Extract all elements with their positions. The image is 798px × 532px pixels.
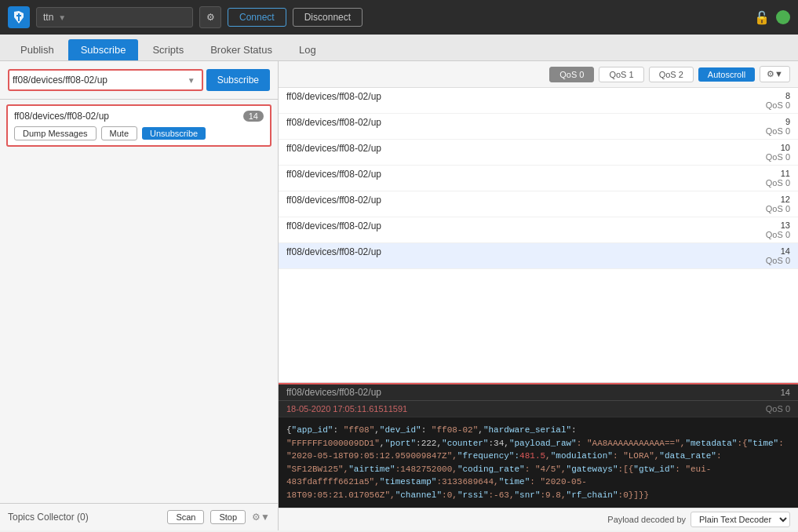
topic-dropdown-arrow[interactable]: ▼ [184,76,199,85]
message-num: 13 [766,220,790,230]
disconnect-button[interactable]: Disconnect [293,8,363,27]
qos0-button[interactable]: QoS 0 [549,67,594,82]
detail-timestamp: 18-05-2020 17:05:11.61511591 [286,404,407,414]
message-num: 11 [766,169,790,178]
detail-topic: ff08/devices/ff08-02/up [286,387,381,398]
message-topic: ff08/devices/ff08-02/up [286,117,381,128]
qos1-button[interactable]: QoS 1 [599,67,643,82]
message-topic: ff08/devices/ff08-02/up [286,246,381,257]
left-panel: ▼ Subscribe ff08/devices/ff08-02/up 14 D… [0,61,279,530]
main-content: ▼ Subscribe ff08/devices/ff08-02/up 14 D… [0,61,798,530]
detail-num: 14 [781,388,790,397]
broker-dropdown-arrow: ▼ [58,13,66,22]
message-item[interactable]: ff08/devices/ff08-02/up 11 QoS 0 [279,166,798,191]
decoder-select[interactable]: Plain Text Decoder [691,512,790,527]
subscribe-input-row: ▼ Subscribe [8,69,270,91]
message-meta: 12 QoS 0 [766,195,790,213]
message-topic: ff08/devices/ff08-02/up [286,143,381,154]
app-icon [8,6,30,28]
topics-collector: Topics Collector (0) Scan Stop ⚙▼ [0,503,278,530]
tab-log[interactable]: Log [286,39,329,60]
dump-messages-button[interactable]: Dump Messages [14,126,97,140]
message-meta: 14 QoS 0 [766,246,790,265]
message-topic: ff08/devices/ff08-02/up [286,195,381,206]
right-footer: Payload decoded by Plain Text Decoder [279,508,798,530]
qos2-button[interactable]: QoS 2 [649,67,694,82]
message-qos: QoS 0 [766,178,790,188]
message-topic: ff08/devices/ff08-02/up [286,220,381,231]
message-item[interactable]: ff08/devices/ff08-02/up 10 QoS 0 [279,140,798,166]
message-qos: QoS 0 [766,256,790,265]
message-meta: 9 QoS 0 [766,117,790,136]
message-qos: QoS 0 [766,126,790,136]
topic-input[interactable] [13,75,184,86]
subscription-item: ff08/devices/ff08-02/up 14 Dump Messages… [6,104,271,147]
mute-button[interactable]: Mute [101,126,137,140]
detail-header: 18-05-2020 17:05:11.61511591 QoS 0 [279,401,798,417]
detail-body[interactable]: {"app_id": "ff08","dev_id": "ff08-02","h… [279,417,798,508]
right-panel: QoS 0 QoS 1 QoS 2 Autoscroll ⚙▼ ff08/dev… [279,61,798,530]
tab-scripts[interactable]: Scripts [140,39,196,60]
message-item[interactable]: ff08/devices/ff08-02/up 13 QoS 0 [279,217,798,243]
tabs-bar: Publish Subscribe Scripts Broker Status … [0,35,798,61]
subscription-count: 14 [243,111,264,122]
detail-qos: QoS 0 [766,404,790,414]
autoscroll-button[interactable]: Autoscroll [698,67,755,82]
message-item[interactable]: ff08/devices/ff08-02/up 8 QoS 0 [279,88,798,114]
topic-input-wrapper: ▼ [8,69,203,91]
collector-settings-icon[interactable]: ⚙▼ [252,512,270,523]
message-item[interactable]: ff08/devices/ff08-02/up 9 QoS 0 [279,114,798,140]
subscribe-button[interactable]: Subscribe [206,69,270,91]
message-qos: QoS 0 [766,230,790,239]
lock-icon: 🔓 [754,10,770,25]
top-right-area: 🔓 [754,10,790,25]
subscription-header: ff08/devices/ff08-02/up 14 [14,111,264,122]
message-item[interactable]: ff08/devices/ff08-02/up 14 QoS 0 [279,243,798,269]
message-detail: ff08/devices/ff08-02/up 14 18-05-2020 17… [279,383,798,508]
message-num: 8 [766,91,790,100]
top-bar: ttn ▼ ⚙ Connect Disconnect 🔓 [0,0,798,35]
tab-broker-status[interactable]: Broker Status [198,39,285,60]
message-topic: ff08/devices/ff08-02/up [286,91,381,102]
broker-select[interactable]: ttn ▼ [36,7,193,27]
message-qos: QoS 0 [766,152,790,162]
message-meta: 10 QoS 0 [766,143,790,162]
settings-button[interactable]: ⚙ [199,6,221,28]
message-qos: QoS 0 [766,100,790,110]
message-meta: 11 QoS 0 [766,169,790,188]
message-num: 14 [766,246,790,256]
left-panel-spacer [0,151,278,503]
message-qos: QoS 0 [766,204,790,213]
message-topic: ff08/devices/ff08-02/up [286,169,381,180]
connection-status-dot [776,10,790,24]
stop-button[interactable]: Stop [210,510,246,524]
message-num: 12 [766,195,790,204]
subscription-actions: Dump Messages Mute Unsubscribe [14,126,264,140]
subscribe-area: ▼ Subscribe [0,61,278,100]
message-item[interactable]: ff08/devices/ff08-02/up 12 QoS 0 [279,191,798,217]
scan-button[interactable]: Scan [167,510,204,524]
messages-list[interactable]: ff08/devices/ff08-02/up 8 QoS 0 ff08/dev… [279,88,798,383]
tab-publish[interactable]: Publish [8,39,67,60]
message-meta: 13 QoS 0 [766,220,790,239]
topics-collector-label: Topics Collector (0) [8,512,161,523]
message-meta: 8 QoS 0 [766,91,790,110]
right-settings-button[interactable]: ⚙▼ [760,66,790,82]
broker-name: ttn [43,12,53,23]
qos-bar: QoS 0 QoS 1 QoS 2 Autoscroll ⚙▼ [279,61,798,88]
connect-button[interactable]: Connect [228,8,286,27]
tab-subscribe[interactable]: Subscribe [68,39,139,60]
message-num: 10 [766,143,790,152]
app-logo-icon [12,10,26,24]
subscription-topic: ff08/devices/ff08-02/up [14,111,109,122]
message-num: 9 [766,117,790,126]
payload-label: Payload decoded by [607,515,686,524]
unsubscribe-button[interactable]: Unsubscribe [142,127,206,140]
